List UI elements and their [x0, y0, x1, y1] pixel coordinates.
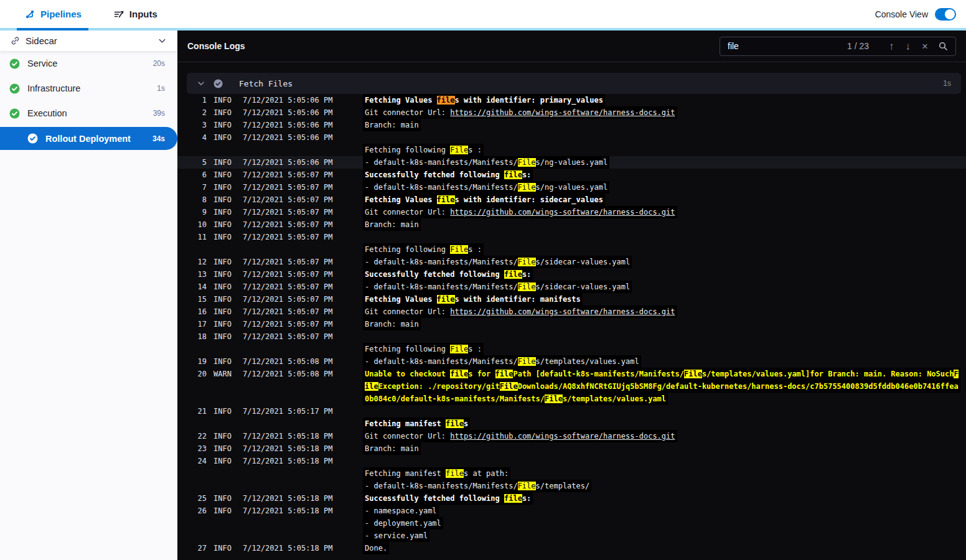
log-link[interactable]: https://github.com/wings-software/harnes… [450, 208, 675, 217]
line-number: 26 [187, 505, 207, 517]
log-level: INFO [213, 542, 237, 554]
log-section-fetch-files[interactable]: Fetch Files 1s [187, 73, 961, 94]
log-message: Branch: main [363, 119, 421, 131]
log-timestamp: 7/12/2021 5:05:18 PM [243, 430, 334, 442]
sidebar-item-infrastructure[interactable]: Infrastructure 1s [0, 76, 177, 101]
log-text: Fetching following [365, 245, 450, 254]
log-text: Unable to checkout [365, 370, 450, 378]
next-match-arrow-icon[interactable]: ↓ [906, 41, 911, 52]
log-timestamp: 7/12/2021 5:05:07 PM [243, 256, 334, 268]
log-text: - default-k8s-manifests/Manifests/ [365, 258, 518, 266]
log-row: Fetching following Files : [177, 243, 966, 256]
previous-match-arrow-icon[interactable]: ↑ [889, 41, 894, 52]
line-number: 12 [187, 256, 207, 268]
line-number: 20 [187, 368, 207, 380]
stage-sidebar: Sidecar Service 20s Infrastructure 1s Ex… [0, 30, 177, 560]
log-text: s for [468, 370, 495, 378]
log-row: Fetching manifest files [177, 418, 966, 430]
line-number: 18 [187, 330, 207, 343]
log-text: Branch: main [365, 121, 419, 129]
log-level: INFO [213, 405, 237, 418]
log-text: s: [522, 270, 531, 279]
log-text: s/templates/values.yaml [536, 357, 639, 366]
log-timestamp [243, 530, 334, 542]
log-text: Path [default-k8s-manifests/Manifests/ [513, 370, 684, 378]
search-icon[interactable] [938, 41, 948, 51]
step-label: Execution [27, 108, 67, 118]
line-number: 23 [187, 442, 207, 455]
log-link[interactable]: https://github.com/wings-software/harnes… [450, 108, 675, 117]
log-text: s/templates/ [536, 482, 590, 490]
log-message: - default-k8s-manifests/Manifests/Files/… [363, 181, 609, 194]
sidebar-item-rollout-deployment[interactable]: Rollout Deployment 34s [0, 127, 177, 150]
log-message: Successfully fetched following files: [363, 268, 533, 281]
search-match: File [500, 382, 518, 391]
search-match: File [518, 282, 536, 291]
log-level [213, 418, 237, 430]
section-title: Fetch Files [239, 79, 293, 88]
log-level [213, 343, 237, 355]
console-view-control: Console View [875, 8, 956, 21]
log-message: - namespace.yaml [363, 505, 439, 517]
log-level: INFO [213, 231, 237, 243]
log-row: - deployment.yaml [177, 517, 966, 530]
log-timestamp: 7/12/2021 5:05:07 PM [243, 181, 334, 194]
log-text: s: [522, 494, 531, 503]
log-timestamp: 7/12/2021 5:05:07 PM [243, 194, 334, 206]
log-timestamp: 7/12/2021 5:05:06 PM [243, 156, 334, 169]
log-level: INFO [213, 256, 237, 268]
log-text: Branch: main [365, 444, 419, 453]
sidebar-item-execution[interactable]: Execution 39s [0, 101, 177, 126]
line-number: 14 [187, 281, 207, 293]
search-match-counter: 1 / 23 [847, 41, 869, 51]
log-level: INFO [213, 306, 237, 318]
log-link[interactable]: https://github.com/wings-software/harnes… [450, 432, 675, 441]
log-rows: 1INFO7/12/2021 5:05:06 PMFetching Values… [177, 94, 966, 554]
log-row: 3INFO7/12/2021 5:05:06 PMBranch: main [177, 119, 966, 131]
log-message: Successfully fetched following files: [363, 492, 533, 505]
log-message: Fetching following Files : [363, 144, 484, 156]
log-message: - default-k8s-manifests/Manifests/Files/… [363, 480, 591, 492]
log-row: 14INFO7/12/2021 5:05:07 PM- default-k8s-… [177, 281, 966, 293]
console-title: Console Logs [187, 41, 245, 51]
log-message: Branch: main [363, 218, 421, 231]
log-timestamp: 7/12/2021 5:05:06 PM [243, 119, 334, 131]
log-timestamp: 7/12/2021 5:05:07 PM [243, 169, 334, 181]
log-message: Successfully fetched following files: [363, 169, 533, 181]
tab-pipelines[interactable]: Pipelines [25, 9, 82, 19]
search-match: file [504, 270, 522, 279]
log-link[interactable]: https://github.com/wings-software/harnes… [450, 307, 675, 316]
search-match: file [504, 170, 522, 179]
stage-selector[interactable]: Sidecar [0, 30, 177, 51]
console-panel: Console Logs 1 / 23 ↑ ↓ × Fetch Files 1s… [177, 30, 966, 560]
line-number [187, 418, 207, 430]
log-text: - namespace.yaml [365, 506, 437, 515]
step-duration: 34s [152, 134, 165, 143]
log-level: INFO [213, 442, 237, 455]
log-message: 0b084c0/default-k8s-manifests/Manifests/… [363, 393, 668, 405]
log-level: INFO [213, 169, 237, 181]
search-match: File [518, 183, 536, 192]
search-match: File [518, 357, 536, 366]
console-view-toggle[interactable] [935, 8, 956, 21]
log-row: 17INFO7/12/2021 5:05:07 PMBranch: main [177, 318, 966, 330]
log-row: - service.yaml [177, 530, 966, 542]
log-text: - service.yaml [365, 531, 428, 540]
line-number: 1 [187, 94, 207, 106]
log-timestamp: 7/12/2021 5:05:06 PM [243, 94, 334, 106]
success-check-icon [9, 58, 20, 69]
sidebar-item-service[interactable]: Service 20s [0, 51, 177, 76]
log-row: 12INFO7/12/2021 5:05:07 PM- default-k8s-… [177, 256, 966, 268]
tab-inputs[interactable]: Inputs [114, 9, 157, 19]
section-duration: 1s [943, 79, 951, 88]
log-text: Successfully fetched following [365, 270, 504, 279]
search-input[interactable] [728, 41, 847, 51]
line-number [187, 144, 207, 156]
log-level [213, 467, 237, 480]
log-level: INFO [213, 318, 237, 330]
log-text: Exception: ./repository/git [378, 382, 500, 391]
log-message: Fetching Values files with identifier: s… [363, 194, 605, 206]
log-text: s/templates/values.yaml]for Branch: main… [702, 370, 954, 378]
close-search-icon[interactable]: × [922, 41, 928, 52]
log-level [213, 393, 237, 405]
